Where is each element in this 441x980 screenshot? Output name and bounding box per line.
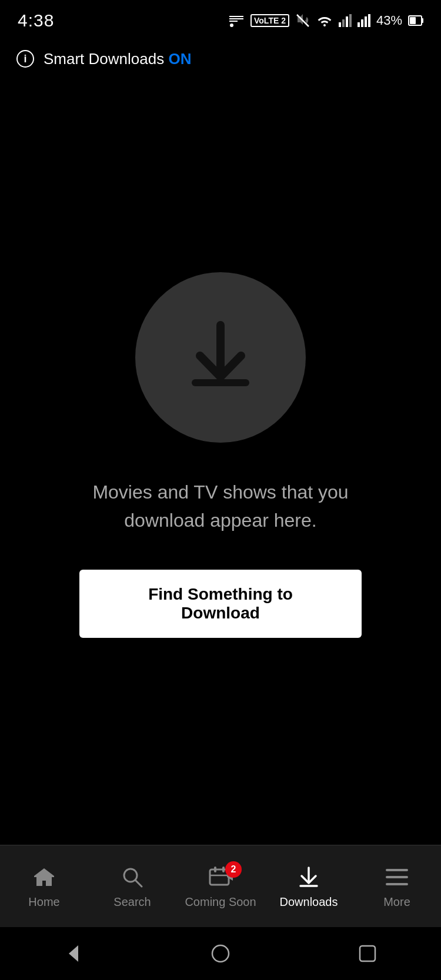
svg-rect-12 (410, 17, 416, 24)
svg-rect-10 (368, 14, 370, 27)
nav-item-coming-soon[interactable]: 2 Coming Soon (176, 864, 265, 909)
find-something-button[interactable]: Find Something to Download (79, 570, 362, 638)
svg-rect-9 (365, 16, 367, 27)
svg-rect-8 (361, 19, 363, 27)
status-icons: VoLTE 2 (228, 13, 423, 28)
svg-rect-3 (339, 22, 341, 27)
more-icon (383, 864, 410, 891)
empty-state-message: Movies and TV shows that you download ap… (92, 478, 348, 534)
signal2-icon (358, 14, 370, 27)
svg-rect-5 (346, 16, 348, 27)
svg-rect-24 (386, 869, 408, 871)
svg-point-0 (230, 24, 233, 27)
battery-percent: 43% (376, 13, 402, 28)
system-nav (0, 927, 441, 980)
svg-line-17 (135, 880, 142, 887)
home-button[interactable] (210, 943, 231, 964)
bottom-nav: Home Search 2 Coming Soon (0, 845, 441, 927)
mute-icon (295, 13, 310, 28)
status-bar: 4:38 VoLTE 2 (0, 0, 441, 41)
battery-icon (408, 14, 423, 27)
svg-rect-6 (349, 14, 352, 27)
wifi-icon (316, 14, 333, 28)
smart-downloads-label: Smart Downloads ON (44, 50, 191, 68)
nav-label-search: Search (113, 895, 151, 909)
nav-label-downloads: Downloads (280, 895, 338, 909)
svg-marker-27 (69, 945, 78, 962)
svg-rect-19 (214, 867, 216, 872)
svg-rect-20 (222, 867, 225, 872)
nav-label-coming-soon: Coming Soon (185, 895, 256, 909)
coming-soon-badge: 2 (225, 861, 242, 878)
coming-soon-icon: 2 (207, 864, 234, 891)
download-circle-icon (135, 272, 306, 443)
nav-label-home: Home (28, 895, 59, 909)
info-icon: i (16, 50, 34, 68)
cast-icon (228, 14, 245, 28)
svg-rect-26 (386, 883, 408, 885)
nav-item-home[interactable]: Home (0, 864, 88, 909)
search-icon (119, 864, 146, 891)
svg-rect-7 (358, 22, 360, 27)
smart-downloads-bar[interactable]: i Smart Downloads ON (0, 41, 441, 76)
download-arrow-svg (182, 319, 259, 396)
home-icon (31, 864, 58, 891)
svg-rect-25 (386, 876, 408, 878)
svg-point-2 (323, 24, 326, 26)
recents-button[interactable] (357, 943, 378, 964)
volte-badge: VoLTE 2 (250, 14, 289, 27)
nav-item-more[interactable]: More (353, 864, 441, 909)
nav-item-search[interactable]: Search (88, 864, 176, 909)
nav-item-downloads[interactable]: Downloads (265, 864, 353, 909)
smart-downloads-status: ON (168, 50, 191, 68)
find-button-container: Find Something to Download (24, 570, 417, 638)
nav-label-more: More (383, 895, 410, 909)
signal-icon (339, 14, 352, 27)
svg-rect-13 (422, 18, 423, 23)
back-button[interactable] (63, 943, 84, 964)
downloads-icon (295, 864, 322, 891)
svg-point-28 (212, 945, 229, 962)
svg-rect-29 (360, 946, 375, 961)
main-content: Movies and TV shows that you download ap… (0, 76, 441, 845)
svg-rect-4 (342, 19, 345, 27)
status-time: 4:38 (18, 11, 54, 31)
